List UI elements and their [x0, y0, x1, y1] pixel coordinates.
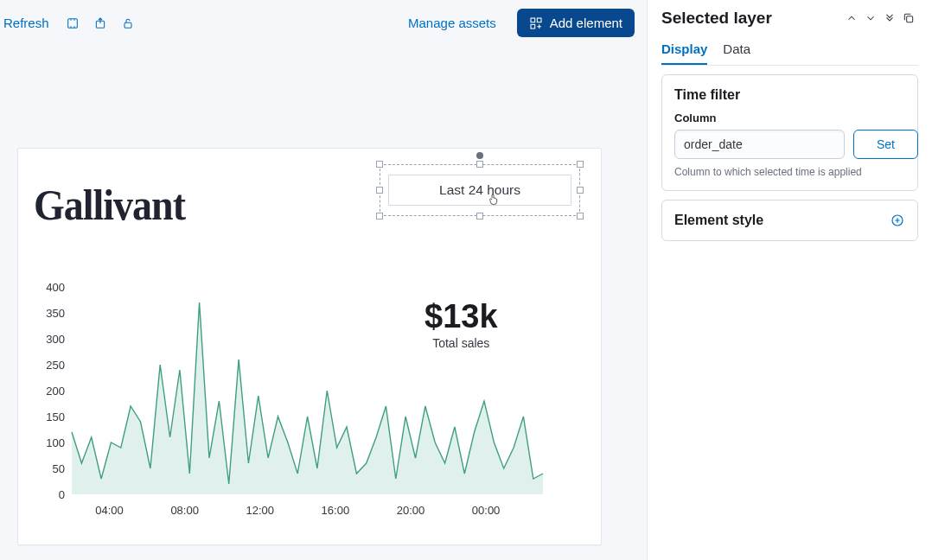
send-back-icon[interactable]: [880, 9, 899, 28]
add-element-icon: [529, 16, 543, 30]
x-axis-tick: 00:00: [472, 504, 501, 517]
top-toolbar: Refresh Manage assets Add element: [0, 0, 647, 44]
time-filter-element[interactable]: Last 24 hours: [380, 164, 580, 216]
y-axis-tick: 350: [30, 307, 65, 320]
workpad-canvas[interactable]: Gallivant Last 24 hours: [17, 148, 602, 545]
time-filter-heading: Time filter: [674, 87, 905, 103]
cursor-hand-icon: [487, 192, 501, 206]
svg-rect-3: [531, 18, 535, 22]
add-element-label: Add element: [550, 16, 622, 30]
time-filter-panel: Time filter Column Set Column to which s…: [661, 74, 918, 191]
y-axis-tick: 300: [30, 333, 65, 346]
column-label: Column: [674, 111, 905, 124]
fullscreen-icon[interactable]: [65, 16, 80, 31]
right-sidebar: Selected layer Display Data Time filter …: [647, 0, 932, 560]
sales-area-chart: 050100150200250300350400 04:0008:0012:00…: [30, 287, 558, 520]
svg-rect-6: [907, 16, 913, 22]
svg-rect-5: [531, 24, 535, 29]
selection-handle-nw[interactable]: [376, 161, 383, 168]
y-axis-tick: 100: [30, 436, 65, 449]
manage-assets-button[interactable]: Manage assets: [399, 10, 505, 35]
y-axis-tick: 250: [30, 359, 65, 372]
share-icon[interactable]: [93, 16, 108, 31]
tab-display[interactable]: Display: [661, 41, 707, 65]
x-axis-tick: 08:00: [170, 504, 199, 517]
svg-rect-0: [67, 18, 77, 28]
x-axis-tick: 04:00: [95, 504, 124, 517]
y-axis-tick: 50: [30, 462, 65, 475]
selection-handle-ne[interactable]: [577, 161, 584, 168]
tab-data[interactable]: Data: [723, 41, 750, 65]
x-axis-tick: 16:00: [322, 504, 350, 517]
y-axis-tick: 400: [30, 281, 65, 294]
selection-rotate-handle[interactable]: [476, 152, 483, 159]
move-up-icon[interactable]: [842, 9, 861, 28]
brand-logo: Gallivant: [34, 179, 185, 229]
move-down-icon[interactable]: [861, 9, 880, 28]
selection-handle-sw[interactable]: [376, 213, 383, 220]
y-axis-tick: 0: [30, 488, 65, 501]
column-hint: Column to which selected time is applied: [674, 166, 905, 178]
y-axis-tick: 200: [30, 385, 65, 398]
svg-rect-2: [124, 22, 131, 28]
x-axis-tick: 12:00: [246, 504, 274, 517]
time-filter-label[interactable]: Last 24 hours: [388, 175, 571, 206]
copy-icon[interactable]: [899, 9, 918, 28]
selection-handle-se[interactable]: [577, 213, 584, 220]
element-style-label: Element style: [674, 213, 763, 228]
selection-handle-s[interactable]: [476, 213, 483, 220]
refresh-button[interactable]: Refresh: [0, 12, 53, 34]
sidebar-tabs: Display Data: [661, 41, 918, 66]
selection-handle-w[interactable]: [376, 187, 383, 194]
set-button[interactable]: Set: [853, 130, 918, 159]
add-element-button[interactable]: Add element: [517, 9, 635, 37]
unlock-icon[interactable]: [120, 16, 136, 31]
selection-handle-n[interactable]: [476, 161, 483, 168]
x-axis-tick: 20:00: [397, 504, 425, 517]
svg-rect-4: [537, 18, 541, 22]
plus-circle-icon[interactable]: [890, 213, 905, 228]
sidebar-title: Selected layer: [661, 9, 842, 28]
y-axis-tick: 150: [30, 410, 65, 423]
element-style-panel[interactable]: Element style: [661, 200, 918, 241]
selection-handle-e[interactable]: [577, 187, 584, 194]
column-input[interactable]: [674, 130, 845, 159]
